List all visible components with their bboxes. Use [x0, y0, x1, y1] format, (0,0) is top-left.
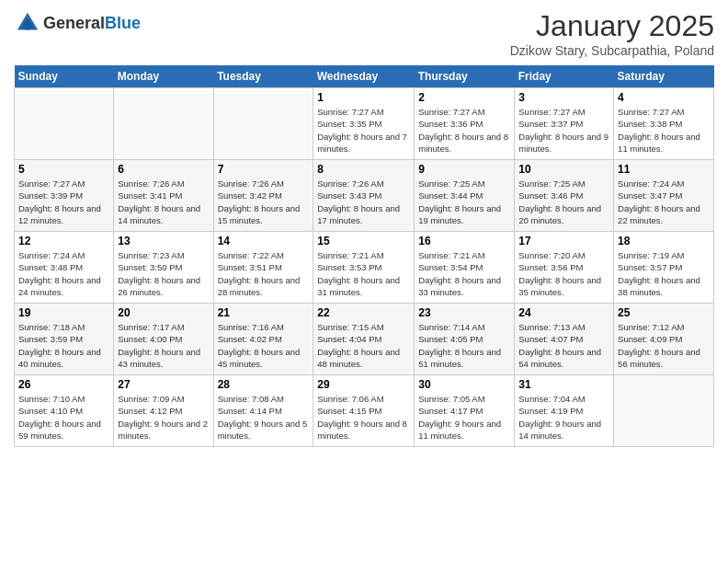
calendar-cell: 25Sunrise: 7:12 AM Sunset: 4:09 PM Dayli… [614, 304, 714, 375]
day-info: Sunrise: 7:05 AM Sunset: 4:17 PM Dayligh… [418, 393, 510, 442]
calendar-cell [15, 88, 114, 160]
day-number: 2 [418, 91, 510, 104]
calendar-cell: 10Sunrise: 7:25 AM Sunset: 3:46 PM Dayli… [515, 160, 614, 232]
day-info: Sunrise: 7:09 AM Sunset: 4:12 PM Dayligh… [118, 393, 209, 442]
day-number: 10 [518, 163, 609, 176]
day-number: 21 [218, 306, 310, 319]
day-number: 13 [118, 235, 209, 247]
calendar-cell: 29Sunrise: 7:06 AM Sunset: 4:15 PM Dayli… [313, 375, 415, 447]
calendar-cell: 1Sunrise: 7:27 AM Sunset: 3:35 PM Daylig… [313, 88, 415, 160]
day-info: Sunrise: 7:13 AM Sunset: 4:07 PM Dayligh… [518, 321, 609, 370]
col-monday: Monday [114, 65, 213, 88]
calendar-cell: 21Sunrise: 7:16 AM Sunset: 4:02 PM Dayli… [213, 304, 313, 375]
calendar-cell: 4Sunrise: 7:27 AM Sunset: 3:38 PM Daylig… [614, 88, 714, 160]
day-number: 11 [618, 163, 710, 176]
day-number: 25 [618, 306, 710, 319]
day-info: Sunrise: 7:26 AM Sunset: 3:42 PM Dayligh… [218, 178, 310, 226]
calendar-cell: 15Sunrise: 7:21 AM Sunset: 3:53 PM Dayli… [313, 232, 415, 304]
day-info: Sunrise: 7:26 AM Sunset: 3:43 PM Dayligh… [317, 178, 410, 226]
day-info: Sunrise: 7:17 AM Sunset: 4:00 PM Dayligh… [118, 321, 209, 370]
day-info: Sunrise: 7:04 AM Sunset: 4:19 PM Dayligh… [518, 393, 609, 442]
day-info: Sunrise: 7:16 AM Sunset: 4:02 PM Dayligh… [218, 321, 310, 370]
col-sunday: Sunday [15, 65, 114, 88]
calendar-cell [614, 375, 714, 447]
calendar-cell: 31Sunrise: 7:04 AM Sunset: 4:19 PM Dayli… [515, 375, 614, 447]
day-number: 19 [18, 306, 109, 319]
day-number: 24 [518, 306, 609, 319]
day-info: Sunrise: 7:27 AM Sunset: 3:39 PM Dayligh… [18, 178, 109, 226]
calendar-cell: 8Sunrise: 7:26 AM Sunset: 3:43 PM Daylig… [313, 160, 415, 232]
day-number: 30 [418, 378, 510, 391]
day-info: Sunrise: 7:23 AM Sunset: 3:50 PM Dayligh… [118, 249, 209, 298]
calendar-week-row: 19Sunrise: 7:18 AM Sunset: 3:59 PM Dayli… [15, 304, 714, 375]
calendar-cell: 16Sunrise: 7:21 AM Sunset: 3:54 PM Dayli… [415, 232, 515, 304]
day-info: Sunrise: 7:25 AM Sunset: 3:46 PM Dayligh… [518, 178, 609, 226]
day-info: Sunrise: 7:19 AM Sunset: 3:57 PM Dayligh… [618, 249, 710, 298]
day-info: Sunrise: 7:12 AM Sunset: 4:09 PM Dayligh… [618, 321, 710, 370]
day-info: Sunrise: 7:10 AM Sunset: 4:10 PM Dayligh… [18, 393, 109, 442]
logo: GeneralBlue [14, 9, 141, 37]
col-tuesday: Tuesday [213, 65, 313, 88]
calendar-cell: 2Sunrise: 7:27 AM Sunset: 3:36 PM Daylig… [415, 88, 515, 160]
calendar-cell [114, 88, 213, 160]
day-info: Sunrise: 7:22 AM Sunset: 3:51 PM Dayligh… [218, 249, 310, 298]
calendar-cell: 3Sunrise: 7:27 AM Sunset: 3:37 PM Daylig… [515, 88, 614, 160]
calendar-cell: 24Sunrise: 7:13 AM Sunset: 4:07 PM Dayli… [515, 304, 614, 375]
calendar-cell: 19Sunrise: 7:18 AM Sunset: 3:59 PM Dayli… [15, 304, 114, 375]
day-info: Sunrise: 7:18 AM Sunset: 3:59 PM Dayligh… [18, 321, 109, 370]
day-number: 4 [618, 91, 710, 104]
calendar-cell: 13Sunrise: 7:23 AM Sunset: 3:50 PM Dayli… [114, 232, 213, 304]
day-number: 15 [317, 235, 410, 247]
day-info: Sunrise: 7:27 AM Sunset: 3:37 PM Dayligh… [518, 106, 609, 155]
calendar-week-row: 1Sunrise: 7:27 AM Sunset: 3:35 PM Daylig… [15, 88, 714, 160]
day-number: 27 [118, 378, 209, 391]
logo-general-text: General [43, 14, 105, 32]
day-info: Sunrise: 7:27 AM Sunset: 3:38 PM Dayligh… [618, 106, 710, 155]
day-number: 6 [118, 163, 209, 176]
header-row: Sunday Monday Tuesday Wednesday Thursday… [15, 65, 714, 88]
day-number: 1 [317, 91, 410, 104]
title-section: January 2025 Dzikow Stary, Subcarpathia,… [510, 9, 714, 58]
calendar-cell: 6Sunrise: 7:26 AM Sunset: 3:41 PM Daylig… [114, 160, 213, 232]
calendar-cell: 27Sunrise: 7:09 AM Sunset: 4:12 PM Dayli… [114, 375, 213, 447]
day-info: Sunrise: 7:27 AM Sunset: 3:36 PM Dayligh… [418, 106, 510, 155]
calendar-cell: 5Sunrise: 7:27 AM Sunset: 3:39 PM Daylig… [15, 160, 114, 232]
calendar-body: 1Sunrise: 7:27 AM Sunset: 3:35 PM Daylig… [15, 88, 714, 447]
calendar-cell: 22Sunrise: 7:15 AM Sunset: 4:04 PM Dayli… [313, 304, 415, 375]
svg-rect-2 [26, 22, 30, 30]
day-number: 14 [218, 235, 310, 247]
page-container: GeneralBlue January 2025 Dzikow Stary, S… [0, 0, 728, 452]
col-saturday: Saturday [614, 65, 714, 88]
day-info: Sunrise: 7:14 AM Sunset: 4:05 PM Dayligh… [418, 321, 510, 370]
day-number: 9 [418, 163, 510, 176]
day-info: Sunrise: 7:25 AM Sunset: 3:44 PM Dayligh… [418, 178, 510, 226]
day-info: Sunrise: 7:24 AM Sunset: 3:48 PM Dayligh… [18, 249, 109, 298]
calendar-cell: 28Sunrise: 7:08 AM Sunset: 4:14 PM Dayli… [213, 375, 313, 447]
day-info: Sunrise: 7:21 AM Sunset: 3:54 PM Dayligh… [418, 249, 510, 298]
calendar-cell: 18Sunrise: 7:19 AM Sunset: 3:57 PM Dayli… [614, 232, 714, 304]
calendar-cell: 20Sunrise: 7:17 AM Sunset: 4:00 PM Dayli… [114, 304, 213, 375]
day-number: 29 [317, 378, 410, 391]
calendar-table: Sunday Monday Tuesday Wednesday Thursday… [14, 65, 714, 447]
day-number: 23 [418, 306, 510, 319]
day-info: Sunrise: 7:26 AM Sunset: 3:41 PM Dayligh… [118, 178, 209, 226]
calendar-cell: 17Sunrise: 7:20 AM Sunset: 3:56 PM Dayli… [515, 232, 614, 304]
day-info: Sunrise: 7:15 AM Sunset: 4:04 PM Dayligh… [317, 321, 410, 370]
day-number: 17 [518, 235, 609, 247]
day-number: 22 [317, 306, 410, 319]
calendar-week-row: 5Sunrise: 7:27 AM Sunset: 3:39 PM Daylig… [15, 160, 714, 232]
col-wednesday: Wednesday [313, 65, 415, 88]
day-info: Sunrise: 7:06 AM Sunset: 4:15 PM Dayligh… [317, 393, 410, 442]
month-title: January 2025 [510, 9, 714, 43]
calendar-cell: 30Sunrise: 7:05 AM Sunset: 4:17 PM Dayli… [415, 375, 515, 447]
day-info: Sunrise: 7:27 AM Sunset: 3:35 PM Dayligh… [317, 106, 410, 155]
logo-blue-text: Blue [105, 14, 141, 32]
day-info: Sunrise: 7:24 AM Sunset: 3:47 PM Dayligh… [618, 178, 710, 226]
calendar-cell: 23Sunrise: 7:14 AM Sunset: 4:05 PM Dayli… [415, 304, 515, 375]
day-info: Sunrise: 7:20 AM Sunset: 3:56 PM Dayligh… [518, 249, 609, 298]
col-thursday: Thursday [415, 65, 515, 88]
day-number: 5 [18, 163, 109, 176]
page-header: GeneralBlue January 2025 Dzikow Stary, S… [14, 9, 714, 58]
calendar-header: Sunday Monday Tuesday Wednesday Thursday… [15, 65, 714, 88]
day-number: 3 [518, 91, 609, 104]
